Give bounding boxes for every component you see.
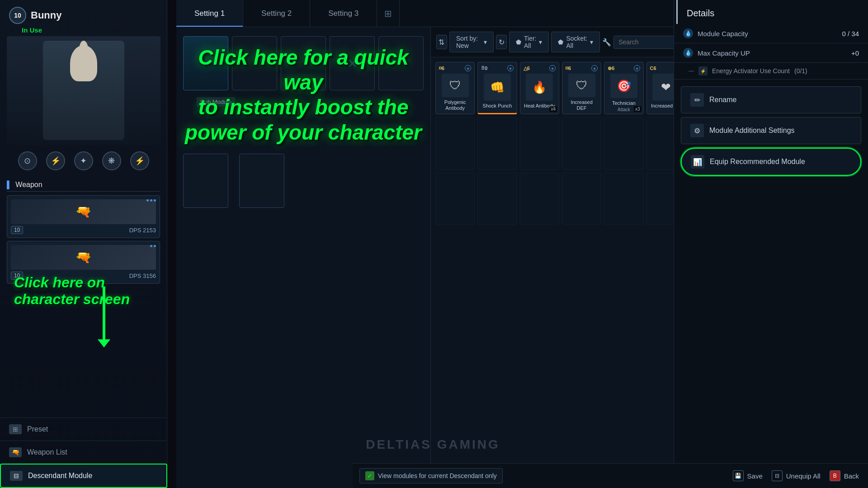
sub-slot-2[interactable] [239,154,284,208]
sub-slot-1[interactable] [183,154,228,208]
tab-setting2[interactable]: Setting 2 [243,0,310,27]
left-panel: 10 Bunny In Use ⊙ ⚡ ✦ ❋ ⚡ Weapon 🔫 10 DP… [0,0,167,488]
max-capacity-label: Max Capacity UP [698,49,750,57]
sub-module-slots [183,154,292,208]
module-card-empty-10 [520,117,559,169]
ability-icons-row: ⊙ ⚡ ✦ ❋ ⚡ [0,147,167,175]
weapon-indicator-2 [150,245,156,247]
equip-recommended-button[interactable]: 📊 Equip Recommended Module [681,148,861,176]
tab-grid-icon[interactable]: ⊞ [377,0,400,27]
module-card-technician[interactable]: ⊕6 ◈ 🎯 Technician Attack x3 [604,62,643,114]
socket-icon-4: ◈ [591,65,598,71]
tab-setting1[interactable]: Setting 1 [176,0,243,27]
nav-item-preset[interactable]: ⊞ Preset [0,418,167,441]
character-name: Bunny [31,9,61,21]
weapon-stats-1: 10 DPS 2153 [11,226,156,234]
socket-icon-5: ◈ [634,65,640,71]
save-button[interactable]: 💾 Save [733,470,763,481]
recommend-icon: 📊 [691,155,704,169]
module-area: ✕ Skill Modules Click here for a quick w… [176,27,689,463]
module-sub-5: Attack [618,107,630,112]
weapon-image-2: 🔫 [11,245,156,270]
unequip-all-button[interactable]: ⊟ Unequip All [772,470,821,481]
tier-label: Tier: All [524,35,536,49]
weapon-level-1: 10 [11,226,23,234]
socket-icon: ⬟ [558,38,563,46]
sub-module-label: Sub Module [197,97,235,107]
right-bottom-actions: 💾 Save ⊟ Unequip All B Back [674,463,868,488]
module-capacity-value: 0 / 34 [842,30,859,38]
ability-icon-1[interactable]: ⊙ [18,151,37,170]
module-name-1: Polygenic Antibody [438,99,472,112]
skill-slot-2[interactable] [232,36,277,90]
tier-badge-2: ⠿0 [481,66,487,71]
refresh-button[interactable]: ↻ [496,35,507,49]
watermark: DELTIAS GAMING [431,437,500,452]
bottom-nav: ⊞ Preset 🔫 Weapon List ⊟ Descendant Modu… [0,418,167,488]
weapon-card-1[interactable]: 🔫 10 DPS 2153 [7,195,160,238]
descendant-module-icon: ⊟ [10,471,23,481]
preset-icon: ⊞ [9,424,22,434]
module-card-increased-def[interactable]: ⌑6 ◈ 🛡 Increased DEF [562,62,601,114]
rename-icon: ✏ [690,93,704,107]
energy-activator-row: — ⚡ Energy Activator Use Count (0/1) [674,63,868,80]
sort-icon[interactable]: ⇅ [436,35,447,49]
rename-label: Rename [709,96,736,104]
character-portrait [7,36,160,145]
nav-item-descendant-module[interactable]: ⊟ Descendant Module [0,464,167,488]
tier-badge-5: ⊕6 [608,66,614,71]
weapon-section-header: Weapon [7,178,160,192]
weapon-dps-2: DPS 3156 [129,272,156,279]
tab-setting3[interactable]: Setting 3 [310,0,377,27]
module-additional-settings-label: Module Additional Settings [709,127,795,135]
module-icon-5: 🎯 [610,74,637,98]
tier-filter-button[interactable]: ⬟ Tier: All ▾ [509,32,549,52]
sort-by-button[interactable]: Sort by: New ▾ [449,32,494,52]
tier-chevron-icon: ▾ [539,38,542,46]
back-button[interactable]: B Back [830,470,859,481]
view-descendant-checkbox-area[interactable]: ✓ View modules for current Descendant on… [359,468,503,483]
unequip-all-label: Unequip All [786,472,821,480]
character-level: 10 [9,7,26,24]
skill-slot-1[interactable] [183,36,228,90]
capacity-icon: 💧 [683,28,693,38]
back-icon: B [830,470,840,481]
card-header-5: ⊕6 ◈ [606,64,641,72]
ability-icon-3[interactable]: ✦ [74,151,93,170]
skill-module-slots: ✕ [183,36,424,90]
max-capacity-left: 💧 Max Capacity UP [683,48,750,58]
card-header-4: ⌑6 ◈ [564,64,599,72]
skill-slot-3[interactable] [281,36,326,90]
energy-activator-icon: ⚡ [698,66,708,75]
sort-chevron-icon: ▾ [484,38,487,46]
rename-button[interactable]: ✏ Rename [681,86,861,113]
module-icon-4: 🛡 [568,74,595,97]
portrait-image [43,41,124,140]
ability-icon-4[interactable]: ❋ [102,151,121,170]
equip-recommended-label: Equip Recommended Module [710,158,805,166]
filter-icon: 🔧 [602,37,611,47]
module-additional-settings-button[interactable]: ⚙ Module Additional Settings [681,117,861,144]
character-header: 10 Bunny [0,0,167,26]
nav-item-weapon-list[interactable]: 🔫 Weapon List [0,441,167,464]
tier-icon: ⬟ [516,38,521,46]
checkbox-icon: ✓ [365,471,374,480]
arrow-container [7,286,160,341]
module-card-empty-18 [562,173,601,225]
skill-slot-5[interactable] [378,36,424,90]
module-card-polygenic-antibody[interactable]: ⌑6 ◈ 🛡 Polygenic Antibody [435,62,475,114]
skill-slot-4[interactable]: ✕ [330,36,375,90]
module-card-shock-punch[interactable]: ⠿0 ◈ 👊 Shock Punch [477,62,517,114]
details-header: Details [676,0,868,24]
down-arrow-icon [103,286,105,341]
nav-preset-label: Preset [27,425,48,433]
weapon-card-2-wrapper: 🔫 10 DPS 3156 Click here oncharacter scr… [7,241,160,341]
module-icon-1: 🛡 [442,74,469,97]
stack-badge-5: x3 [634,106,642,112]
ability-icon-5[interactable]: ⚡ [130,151,149,170]
ability-icon-2[interactable]: ⚡ [46,151,65,170]
weapon-card-2[interactable]: 🔫 10 DPS 3156 [7,241,160,284]
socket-filter-button[interactable]: ⬟ Socket: All ▾ [551,32,600,52]
module-card-heat-antibody[interactable]: △6 ◈ 🔥 Heat Antibody x4 [520,62,559,114]
module-card-empty-16 [477,173,517,225]
